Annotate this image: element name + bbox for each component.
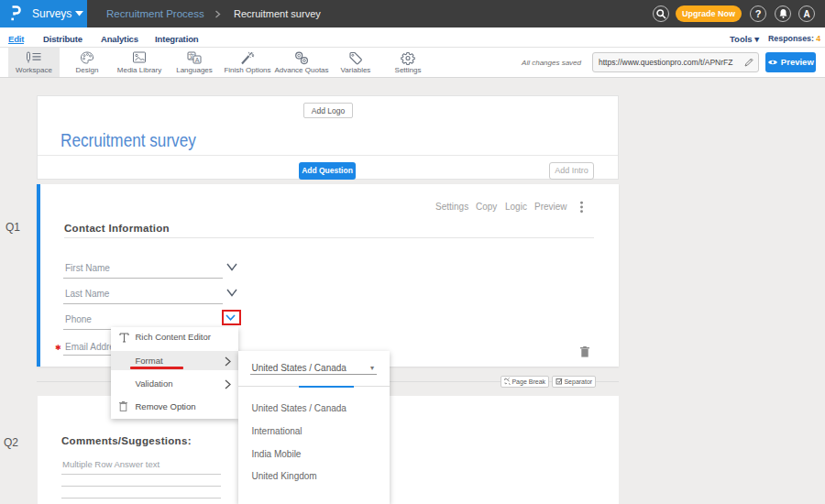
- svg-text:A: A: [195, 57, 200, 63]
